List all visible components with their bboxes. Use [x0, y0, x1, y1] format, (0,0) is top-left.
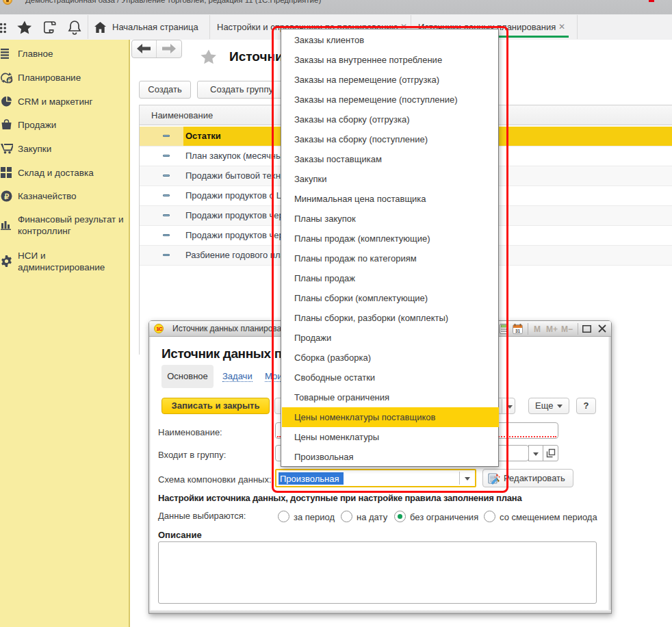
svg-text:₽: ₽: [4, 192, 9, 201]
svg-text:31: 31: [515, 329, 521, 333]
svg-text:₽: ₽: [8, 77, 12, 84]
